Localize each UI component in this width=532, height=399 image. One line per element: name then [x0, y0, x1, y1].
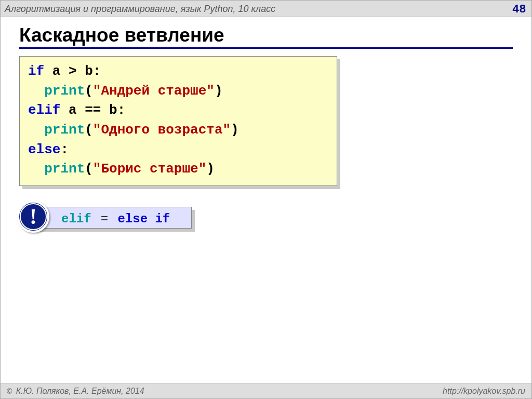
code-indent: [28, 161, 44, 177]
header-bar: Алгоритмизация и программирование, язык …: [1, 1, 531, 17]
slide: Алгоритмизация и программирование, язык …: [0, 0, 532, 399]
exclaim-icon: !: [20, 203, 47, 230]
note-block: elif = else if !: [32, 207, 192, 239]
note-equal: =: [101, 211, 108, 225]
code-text: a == b:: [60, 102, 125, 118]
code-kw: else: [28, 142, 60, 157]
code-box: if a > b: print("Андрей старше") elif a …: [19, 56, 337, 186]
code-paren: (: [85, 122, 93, 138]
code-text: :: [60, 142, 69, 157]
exclaim-badge: !: [17, 201, 49, 233]
code-kw: elif: [28, 102, 60, 118]
title-zone: Каскадное ветвление: [1, 17, 531, 49]
code-kw: if: [28, 63, 44, 79]
note-else-if: else if: [117, 212, 170, 226]
code-paren: ): [231, 122, 239, 138]
code-text: a > b:: [44, 63, 101, 79]
footer-author: © К.Ю. Поляков, Е.А. Ерёмин, 2014: [7, 383, 144, 398]
code-str: "Одного возраста": [93, 122, 231, 138]
code-paren: ): [206, 161, 215, 177]
note-box: elif = else if: [32, 207, 192, 229]
code-block: if a > b: print("Андрей старше") elif a …: [19, 56, 337, 186]
code-str: "Борис старше": [93, 161, 206, 177]
copyright-icon: ©: [7, 387, 12, 395]
footer-url: http://kpolyakov.spb.ru: [443, 383, 525, 398]
code-fn: print: [44, 161, 85, 177]
code-paren: (: [85, 83, 93, 99]
code-paren: (: [85, 161, 93, 177]
code-paren: ): [215, 83, 223, 99]
code-fn: print: [44, 122, 85, 138]
footer-author-text: К.Ю. Поляков, Е.А. Ерёмин, 2014: [16, 387, 144, 395]
code-indent: [28, 83, 44, 99]
slide-title: Каскадное ветвление: [19, 24, 513, 49]
course-title: Алгоритмизация и программирование, язык …: [5, 1, 275, 17]
code-indent: [28, 122, 44, 138]
footer-bar: © К.Ю. Поляков, Е.А. Ерёмин, 2014 http:/…: [1, 383, 531, 398]
code-fn: print: [44, 83, 85, 99]
note-elif: elif: [61, 212, 91, 226]
page-number: 48: [513, 1, 526, 17]
code-str: "Андрей старше": [93, 83, 215, 99]
